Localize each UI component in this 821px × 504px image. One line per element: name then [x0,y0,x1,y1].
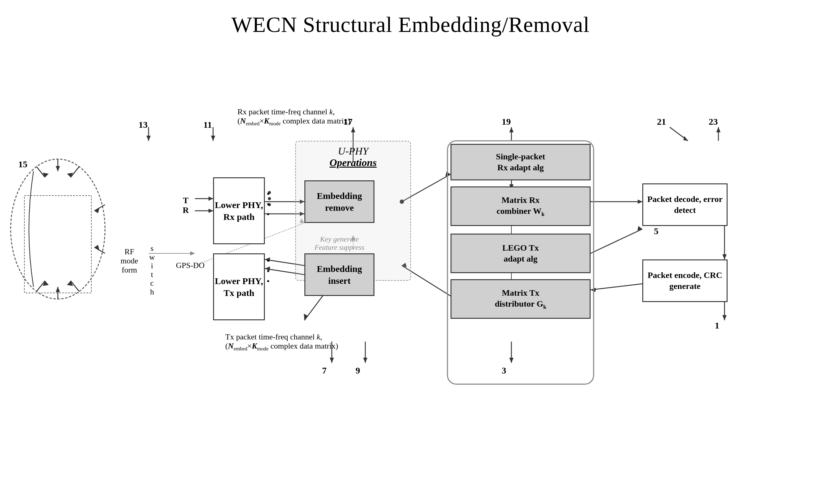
single-packet-text: Single-packetRx adapt alg [496,151,545,173]
dots-tx: ••• [267,256,270,287]
page-title: WECN Structural Embedding/Removal [0,0,821,47]
label-1: 1 [715,320,719,331]
svg-line-6 [71,167,79,177]
svg-marker-55 [722,254,727,259]
svg-marker-13 [67,281,73,286]
lower-phy-rx-box: Lower PHY, Rx path [213,177,265,244]
rx-packet-label: Rx packet time-freq channel k, (Nembed×K… [238,107,359,127]
matrix-rx-box: Matrix Rxcombiner Wk [450,186,590,226]
packet-decode-box: Packet decode, error detect [642,183,728,226]
svg-line-2 [36,167,45,177]
svg-marker-21 [211,136,215,141]
svg-marker-17 [94,245,99,251]
tx-packet-label: Tx packet time-freq channel k, (Nembed×K… [225,332,362,352]
matrix-rx-text: Matrix Rxcombiner Wk [496,195,544,218]
lego-tx-box: LEGO Txadapt alg [450,234,590,273]
svg-marker-19 [146,136,151,141]
matrix-tx-text: Matrix Txdistributor Gk [495,287,546,311]
lower-phy-rx-text: Lower PHY, Rx path [214,199,264,223]
key-generate-label: Key generateFeature suppress [300,235,379,252]
dots-rx: ••• [267,189,270,220]
svg-marker-57 [722,315,727,320]
svg-point-0 [11,159,105,299]
lower-phy-tx-text: Lower PHY, Tx path [214,275,264,299]
lego-tx-text: LEGO Txadapt alg [502,242,539,265]
diagram: 15 13 11 17 19 21 23 5 3 1 7 9 Rx packet… [0,47,821,503]
svg-line-8 [36,281,45,291]
svg-marker-72 [330,358,334,363]
embedding-remove-box: Embedding remove [304,180,374,223]
rf-mode-label: RFmodeform [113,247,146,275]
label-23: 23 [709,116,718,127]
svg-marker-27 [190,251,195,255]
svg-line-48 [670,127,688,141]
embedding-remove-text: Embedding remove [305,190,374,214]
single-packet-box: Single-packetRx adapt alg [450,144,590,180]
svg-line-14 [94,205,105,211]
svg-line-52 [590,229,642,253]
svg-line-60 [590,284,642,290]
svg-marker-43 [509,127,513,132]
label-5: 5 [654,226,659,236]
svg-marker-47 [638,200,642,204]
uphy-label: U-PHY Operations [304,145,402,169]
svg-marker-15 [94,208,99,213]
label-21: 21 [657,116,666,127]
label-11: 11 [203,120,212,130]
svg-marker-51 [716,127,721,132]
svg-marker-38 [351,127,355,132]
embedding-insert-box: Embedding insert [304,253,374,296]
svg-marker-7 [67,173,73,177]
label-15: 15 [18,159,27,169]
switch-label: switch [149,244,155,297]
label-7: 7 [322,365,327,376]
embedding-insert-text: Embedding insert [305,263,374,287]
svg-marker-9 [43,281,49,286]
svg-marker-3 [43,173,49,177]
label-9: 9 [356,365,360,376]
gps-do-label: GPS-DO [176,261,204,270]
svg-marker-11 [56,287,60,292]
label-19: 19 [502,116,511,127]
label-13: 13 [138,120,148,130]
packet-encode-text: Packet encode, CRC generate [643,270,727,292]
svg-line-12 [71,281,79,291]
matrix-tx-box: Matrix Txdistributor Gk [450,279,590,319]
svg-marker-53 [638,226,642,231]
svg-line-16 [94,247,105,253]
svg-marker-63 [304,314,308,320]
svg-marker-23 [209,196,213,201]
tr-label: TR [182,196,189,215]
packet-decode-text: Packet decode, error detect [643,194,727,216]
svg-marker-49 [684,136,688,141]
svg-marker-25 [209,209,213,213]
svg-marker-5 [56,166,60,171]
svg-marker-74 [363,358,367,363]
svg-rect-1 [24,196,91,293]
lower-phy-tx-box: Lower PHY, Tx path [213,253,265,320]
packet-encode-box: Packet encode, CRC generate [642,259,728,302]
